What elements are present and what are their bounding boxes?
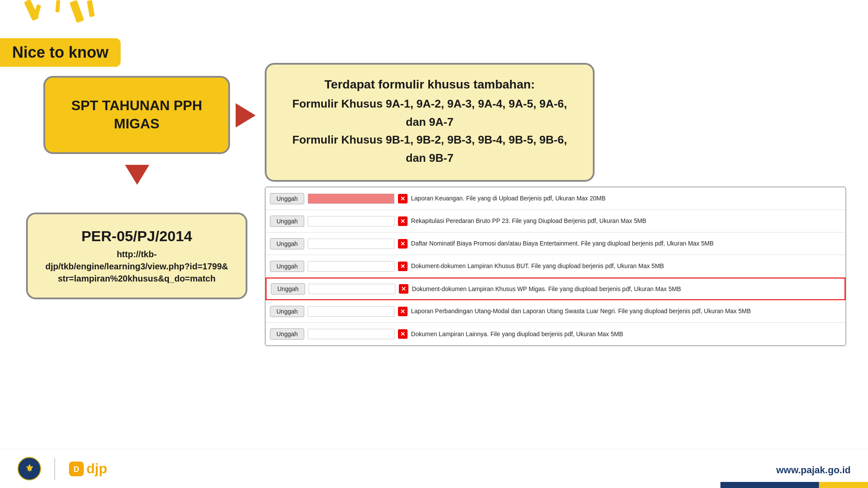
upload-label: Laporan Keuangan. File yang di Upload Be… bbox=[411, 194, 841, 203]
delete-icon[interactable]: ✕ bbox=[399, 284, 408, 294]
footer-bar bbox=[720, 482, 868, 488]
upload-label: Rekapitulasi Peredaran Bruto PP 23. File… bbox=[411, 217, 841, 225]
upload-table: Unggah✕Laporan Keuangan. File yang di Up… bbox=[265, 187, 846, 346]
upload-row: Unggah✕Dokumen Lampiran Lainnya. File ya… bbox=[266, 323, 845, 345]
svg-rect-3 bbox=[24, 0, 39, 21]
svg-text:D: D bbox=[74, 465, 79, 474]
svg-rect-1 bbox=[87, 0, 95, 17]
delete-icon[interactable]: ✕ bbox=[398, 307, 408, 316]
upload-file-input[interactable] bbox=[308, 193, 395, 204]
arrow-down bbox=[125, 165, 149, 185]
delete-icon[interactable]: ✕ bbox=[398, 329, 408, 339]
footer-bar-navy bbox=[720, 482, 819, 488]
footer-divider bbox=[54, 458, 55, 480]
delete-icon[interactable]: ✕ bbox=[398, 194, 408, 203]
djp-logo-icon: D bbox=[68, 461, 85, 477]
per-box: PER-05/PJ/2014 http://tkb-djp/tkb/engine… bbox=[26, 213, 247, 299]
svg-rect-4 bbox=[56, 0, 60, 13]
spt-line1: SPT TAHUNAN PPH bbox=[71, 97, 202, 115]
info-title: Terdapat formulir khusus tambahan: bbox=[282, 78, 577, 92]
upload-label: Dokument-dokumen Lampiran Khusus BUT. Fi… bbox=[411, 262, 841, 270]
upload-row: Unggah✕Laporan Keuangan. File yang di Up… bbox=[266, 187, 845, 210]
svg-text:⚜: ⚜ bbox=[25, 463, 34, 474]
nice-to-know-badge: Nice to know bbox=[0, 38, 121, 67]
upload-row: Unggah✕Daftar Nominatif Biaya Promosi da… bbox=[266, 233, 845, 255]
spt-line2: MIGAS bbox=[71, 115, 202, 133]
info-body: Formulir Khusus 9A-1, 9A-2, 9A-3, 9A-4, … bbox=[282, 95, 577, 167]
upload-row: Unggah✕Laporan Perbandingan Utang-Modal … bbox=[266, 300, 845, 323]
unggah-button[interactable]: Unggah bbox=[270, 216, 304, 227]
unggah-button[interactable]: Unggah bbox=[271, 283, 305, 295]
footer-url: www.pajak.go.id bbox=[776, 465, 851, 476]
delete-icon[interactable]: ✕ bbox=[398, 262, 408, 271]
svg-rect-0 bbox=[69, 0, 84, 23]
delete-icon[interactable]: ✕ bbox=[398, 216, 408, 226]
upload-row: Unggah✕Dokument-dokumen Lampiran Khusus … bbox=[266, 255, 845, 278]
upload-file-input[interactable] bbox=[308, 329, 395, 339]
djp-logo: D djp bbox=[68, 461, 107, 477]
upload-file-input[interactable] bbox=[308, 261, 395, 272]
upload-row: Unggah✕Rekapitulasi Peredaran Bruto PP 2… bbox=[266, 210, 845, 233]
per-link: http://tkb-djp/tkb/engine/learning3/view… bbox=[45, 248, 228, 285]
decorative-dashes bbox=[0, 0, 139, 39]
svg-rect-2 bbox=[33, 4, 41, 18]
upload-file-input[interactable] bbox=[309, 284, 395, 294]
upload-file-input[interactable] bbox=[308, 239, 395, 249]
upload-row: Unggah✕Dokument-dokumen Lampiran Khusus … bbox=[266, 278, 845, 300]
upload-file-input[interactable] bbox=[308, 306, 395, 317]
footer: ⚜ D djp www.pajak.go.id bbox=[0, 449, 868, 488]
per-title: PER-05/PJ/2014 bbox=[81, 228, 192, 245]
unggah-button[interactable]: Unggah bbox=[270, 193, 304, 204]
spt-box: SPT TAHUNAN PPH MIGAS bbox=[43, 76, 230, 154]
unggah-button[interactable]: Unggah bbox=[270, 238, 304, 249]
garuda-icon: ⚜ bbox=[17, 457, 41, 481]
unggah-button[interactable]: Unggah bbox=[270, 328, 304, 340]
info-box: Terdapat formulir khusus tambahan: Formu… bbox=[265, 63, 595, 182]
footer-logo-area: ⚜ D djp bbox=[17, 457, 107, 481]
delete-icon[interactable]: ✕ bbox=[398, 239, 408, 249]
djp-text: djp bbox=[86, 461, 107, 477]
upload-label: Dokumen Lampiran Lainnya. File yang diup… bbox=[411, 330, 841, 338]
upload-file-input[interactable] bbox=[308, 216, 395, 226]
unggah-button[interactable]: Unggah bbox=[270, 306, 304, 317]
upload-label: Daftar Nominatif Biaya Promosi dan/atau … bbox=[411, 239, 841, 248]
upload-label: Laporan Perbandingan Utang-Modal dan Lap… bbox=[411, 307, 841, 315]
upload-label: Dokument-dokumen Lampiran Khusus WP Miga… bbox=[412, 285, 840, 293]
footer-bar-yellow bbox=[819, 482, 868, 488]
arrow-right bbox=[236, 103, 256, 128]
unggah-button[interactable]: Unggah bbox=[270, 261, 304, 272]
